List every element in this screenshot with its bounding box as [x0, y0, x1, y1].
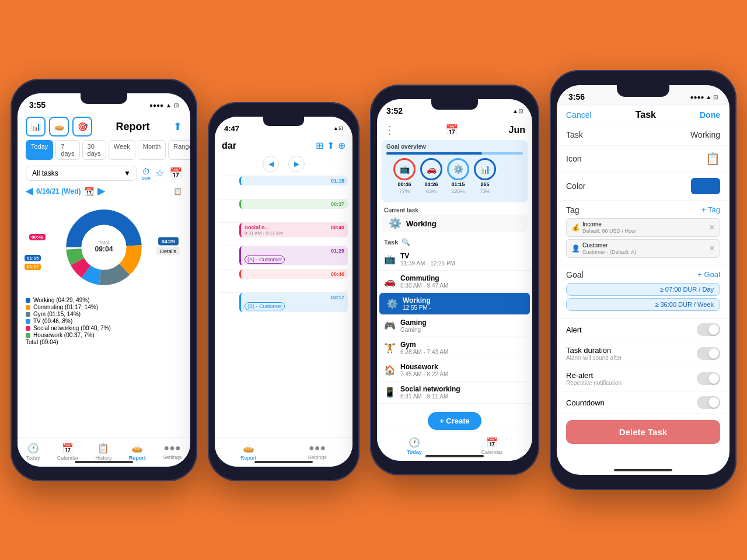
task-item-gym[interactable]: 🏋️ Gym 6:28 AM - 7:43 AM — [377, 337, 532, 359]
legend-social: Social networking (00:40, 7%) — [26, 325, 182, 331]
cal-prev-btn[interactable]: ◀ — [263, 156, 279, 172]
nav-report-1[interactable]: 🥧 Report — [124, 442, 151, 462]
task-icon-social: 📱 — [384, 387, 396, 398]
goal-badge-week[interactable]: ≥ 36:00 DUR / Week — [566, 298, 720, 311]
task-duration-toggle[interactable] — [697, 347, 720, 360]
grid-icon[interactable]: ⊞ — [316, 140, 323, 151]
task-info-gaming: Gaming Gaming — [400, 318, 525, 333]
time-slots-container[interactable]: 01:15 00:37 Social n... 00:40 8:31 AM - … — [215, 176, 352, 456]
remove-income-tag-btn[interactable]: ✕ — [709, 223, 715, 232]
nav-today-3[interactable]: 🕐 Today — [402, 436, 427, 456]
event-block-1[interactable]: 00:37 — [239, 200, 348, 209]
icon-row[interactable]: Icon 📋 — [557, 146, 729, 172]
alert-toggle[interactable] — [697, 323, 720, 336]
cancel-button[interactable]: Cancel — [566, 110, 592, 120]
task-item-working[interactable]: ⚙️ Working 12:55 PM - — [379, 293, 530, 315]
event-block-5[interactable]: 03:17 (B) - Customer — [239, 293, 348, 312]
nav-history-1[interactable]: 📋 History — [90, 442, 116, 462]
nav-report-2[interactable]: 🥧 Report — [236, 442, 261, 462]
event-block-2[interactable]: Social n... 00:40 8:31 AM - 9:11 AM — [239, 223, 348, 237]
details-btn[interactable]: Details — [156, 247, 180, 256]
delete-task-button[interactable]: Delete Task — [566, 420, 720, 444]
clock-icon: 🕐 — [27, 443, 39, 454]
svg-text:09:04: 09:04 — [95, 245, 113, 253]
all-tasks-select[interactable]: All tasks ▼ — [26, 166, 137, 181]
filter-tab-today[interactable]: Today — [26, 140, 53, 160]
nav-today-label: Today — [26, 455, 40, 461]
countdown-toggle[interactable] — [697, 396, 720, 409]
nav-calendar-1[interactable]: 📅 Calendar — [53, 442, 83, 462]
add-goal-button[interactable]: + Goal — [697, 270, 720, 279]
task-item-housework[interactable]: 🏠 Housework 7:45 AM - 8:22 AM — [377, 359, 532, 382]
nav-today-1[interactable]: 🕐 Today — [22, 442, 45, 462]
calendar-icon[interactable]: 📆 — [84, 187, 94, 196]
target-icon[interactable]: 🎯 — [72, 117, 92, 136]
task-name-working: Working — [403, 296, 523, 304]
cal-toolbar: ⊞ ⬆ ⊕ — [316, 140, 345, 151]
filter-tab-30days[interactable]: 30 days — [82, 140, 106, 160]
phone-calendar-screen: 4:47 ▲⊡ dar ⊞ ⬆ ⊕ ◀ ▶ 01:15 — [215, 117, 352, 467]
star-icon[interactable]: ☆ — [155, 167, 165, 180]
phone-task-edit-screen: 3:56 ●●●● ▲ ⊡ Cancel Task Done Task Work… — [557, 85, 729, 475]
cal-next-btn[interactable]: ▶ — [288, 156, 305, 172]
current-task-label: Current task — [377, 205, 532, 215]
nav-history-label: History — [95, 455, 111, 461]
calendar-check-icon[interactable]: 📅 — [169, 167, 182, 180]
plus-icon[interactable]: ⊕ — [338, 140, 345, 151]
prev-day-btn[interactable]: ◀ — [26, 186, 33, 197]
task-item-tv[interactable]: 📺 TV 11:39 AM - 12:25 PM — [377, 249, 532, 271]
remove-customer-tag-btn[interactable]: ✕ — [709, 244, 715, 253]
task-item-commuting[interactable]: 🚗 Commuting 8:30 AM - 9:47 AM — [377, 271, 532, 293]
filter-tab-month[interactable]: Month — [138, 140, 166, 160]
nav-settings-2[interactable]: ●●● Settings — [303, 442, 331, 462]
dur-icon[interactable]: ⏱ DUR — [142, 167, 151, 180]
tag-chip-income[interactable]: 💰 IncomeDefault: 80 USD / Hour ✕ — [566, 218, 720, 237]
task-name-gym: Gym — [400, 341, 525, 349]
add-task-icon[interactable]: 📋 — [173, 187, 182, 195]
task-item-gaming[interactable]: 🎮 Gaming Gaming — [377, 315, 532, 337]
next-day-btn[interactable]: ▶ — [97, 186, 104, 197]
alert-toggle-row: Alert — [557, 318, 729, 341]
tag-section: Tag + Tag 💰 IncomeDefault: 80 USD / Hour… — [557, 201, 729, 265]
create-button[interactable]: + Create — [428, 412, 481, 430]
color-swatch[interactable] — [691, 178, 720, 194]
goal-pct-4: 73% — [480, 188, 490, 194]
filter-tab-7days[interactable]: 7 days — [55, 140, 79, 160]
total-right-badge: 04:29 — [158, 237, 179, 246]
goal-badge-day[interactable]: ≥ 07:00 DUR / Day — [566, 283, 720, 296]
event-block-4[interactable]: 00:46 — [239, 270, 348, 279]
bar-chart-icon[interactable]: 📊 — [26, 117, 46, 136]
task-name-social: Social networking — [400, 385, 525, 393]
pie-chart-icon[interactable]: 🥧 — [49, 117, 69, 136]
task-search-icon[interactable]: 🔍 — [402, 238, 410, 246]
task-field-value: Working — [690, 130, 720, 139]
task-name-housework: Housework — [400, 363, 525, 371]
share-icon-2[interactable]: ⬆ — [327, 140, 334, 151]
realert-toggle[interactable] — [697, 372, 720, 385]
all-tasks-label: All tasks — [32, 169, 58, 177]
current-task-icon: ⚙️ — [389, 217, 402, 230]
nav-settings-1[interactable]: ●●● Settings — [158, 442, 187, 462]
task-name-row[interactable]: Task Working — [557, 124, 729, 146]
task-time-social: 8:31 AM - 9:11 AM — [400, 393, 525, 400]
task-name-commuting: Commuting — [400, 274, 525, 282]
tag-chip-customer[interactable]: 👤 CustomerCustomer - (Default: A) ✕ — [566, 239, 720, 258]
done-button[interactable]: Done — [700, 110, 720, 120]
nav-calendar-3[interactable]: 📅 Calendar — [477, 436, 508, 456]
nav-report-label: Report — [129, 455, 146, 461]
calendar-icon-today[interactable]: 📅 — [445, 124, 458, 136]
task-item-social[interactable]: 📱 Social networking 8:31 AM - 9:11 AM — [377, 382, 532, 404]
event-block-0[interactable]: 01:15 — [239, 176, 348, 186]
add-tag-button[interactable]: + Tag — [701, 205, 720, 215]
goal-circle-working: ⚙️ — [447, 158, 469, 180]
legend-dot-working — [26, 298, 30, 303]
filter-tab-week[interactable]: Week — [109, 140, 135, 160]
task-duration-row: Task duration Alarm will sound after — [557, 341, 729, 366]
dots-menu-icon[interactable]: ⋮ — [384, 124, 395, 136]
goal-section-header: Goal + Goal — [566, 270, 720, 279]
share-icon[interactable]: ⬆ — [173, 120, 182, 133]
color-row[interactable]: Color — [557, 172, 729, 201]
filter-tab-range[interactable]: Range — [168, 140, 190, 160]
event-block-3[interactable]: 01:29 (A) - Customer — [239, 246, 348, 265]
current-task-row[interactable]: ⚙️ Working — [382, 215, 528, 232]
